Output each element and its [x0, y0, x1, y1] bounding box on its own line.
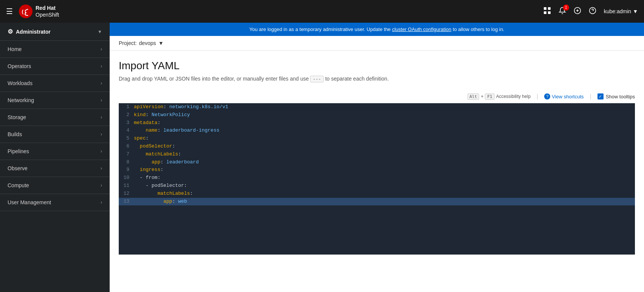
sidebar-role[interactable]: ⚙ Administrator ▼: [0, 23, 110, 41]
svg-rect-4: [544, 11, 546, 14]
role-chevron-icon: ▼: [98, 29, 102, 34]
brand-line2: OpenShift: [36, 11, 59, 18]
editor-toolbar: Alt + F1 Accessibility help | ? View sho…: [119, 90, 635, 103]
help-icon[interactable]: [589, 7, 596, 16]
content-area: You are logged in as a temporary adminis…: [110, 23, 644, 292]
sidebar-item-workloads[interactable]: Workloads ›: [0, 75, 110, 92]
line-number: 11: [119, 182, 134, 190]
code-line-6[interactable]: 6 podSelector:: [119, 143, 635, 151]
code-line-5[interactable]: 5spec:: [119, 135, 635, 143]
plus-separator: +: [481, 94, 483, 99]
code-line-2[interactable]: 2kind: NetworkPolicy: [119, 111, 635, 119]
line-number: 5: [119, 135, 134, 143]
line-content: ingress:: [134, 166, 166, 174]
redhat-logo: [19, 5, 33, 18]
sidebar-item-networking[interactable]: Networking ›: [0, 92, 110, 109]
networking-chevron-icon: ›: [101, 98, 102, 103]
line-content: spec:: [134, 135, 152, 143]
line-number: 7: [119, 151, 134, 158]
line-number: 6: [119, 143, 134, 151]
user-menu[interactable]: kube:admin ▼: [604, 8, 638, 14]
svg-rect-3: [548, 7, 551, 10]
line-content: - podSelector:: [134, 182, 190, 190]
brand: Red Hat OpenShift: [19, 5, 59, 18]
compute-chevron-icon: ›: [101, 183, 102, 188]
show-tooltips-checkbox[interactable]: [597, 93, 604, 99]
project-selector[interactable]: Project: devops ▼: [119, 40, 163, 46]
code-line-7[interactable]: 7 matchLabels:: [119, 151, 635, 158]
project-bar: Project: devops ▼: [110, 36, 644, 51]
line-content: app: leaderboard: [134, 158, 202, 166]
line-number: 1: [119, 103, 134, 111]
pipelines-chevron-icon: ›: [101, 149, 102, 154]
view-shortcuts-label: View shortcuts: [552, 94, 583, 99]
user-name: kube:admin: [604, 8, 631, 14]
info-banner: You are logged in as a temporary adminis…: [110, 23, 644, 36]
view-shortcuts-help-icon: ?: [544, 93, 550, 99]
sidebar-item-home[interactable]: Home ›: [0, 41, 110, 58]
toolbar-divider-2: |: [590, 93, 591, 100]
line-number: 10: [119, 174, 134, 182]
separator-code: ---: [310, 76, 324, 82]
project-label: Project:: [119, 40, 137, 46]
svg-rect-2: [544, 7, 546, 10]
code-line-11[interactable]: 11 - podSelector:: [119, 182, 635, 190]
code-line-13[interactable]: 13 app: web: [119, 198, 635, 206]
sidebar-item-operators[interactable]: Operators ›: [0, 58, 110, 75]
notification-badge: 1: [563, 5, 569, 11]
code-editor[interactable]: 1apiVersion: networking.k8s.io/v12kind: …: [119, 103, 635, 255]
banner-text-before: You are logged in as a temporary adminis…: [249, 26, 392, 32]
bell-icon[interactable]: 1: [559, 7, 566, 16]
user-mgmt-chevron-icon: ›: [101, 200, 102, 205]
show-tooltips-control[interactable]: Show tooltips: [597, 93, 635, 99]
code-line-1[interactable]: 1apiVersion: networking.k8s.io/v1: [119, 103, 635, 111]
sidebar-item-compute[interactable]: Compute ›: [0, 177, 110, 194]
line-content: name: leaderboard-ingress: [134, 127, 222, 135]
show-tooltips-label: Show tooltips: [606, 94, 635, 99]
sidebar-item-storage[interactable]: Storage ›: [0, 109, 110, 126]
code-line-10[interactable]: 10 - from:: [119, 174, 635, 182]
code-line-3[interactable]: 3metadata:: [119, 119, 635, 127]
keyboard-shortcut: Alt + F1 Accessibility help: [467, 93, 531, 100]
sidebar-item-pipelines[interactable]: Pipelines ›: [0, 143, 110, 160]
code-line-8[interactable]: 8 app: leaderboard: [119, 158, 635, 166]
line-content: apiVersion: networking.k8s.io/v1: [134, 103, 231, 111]
accessibility-label: Accessibility help: [496, 94, 531, 99]
sidebar-role-label: Administrator: [16, 29, 51, 35]
plus-icon[interactable]: [574, 7, 581, 16]
line-content: kind: NetworkPolicy: [134, 111, 193, 119]
f1-key: F1: [485, 93, 494, 100]
code-line-12[interactable]: 12 matchLabels:: [119, 190, 635, 198]
banner-text-after: to allow others to log in.: [452, 26, 504, 32]
line-number: 12: [119, 190, 134, 198]
oauth-link[interactable]: cluster OAuth configuration: [392, 26, 452, 32]
sidebar-item-builds[interactable]: Builds ›: [0, 126, 110, 143]
sidebar: ⚙ Administrator ▼ Home › Operators › Wor…: [0, 23, 110, 292]
line-content: - from:: [134, 174, 163, 182]
alt-key: Alt: [467, 93, 480, 100]
svg-rect-5: [548, 11, 551, 14]
sidebar-item-observe[interactable]: Observe ›: [0, 160, 110, 177]
page-title: Import YAML: [119, 60, 635, 72]
observe-chevron-icon: ›: [101, 166, 102, 171]
line-content: metadata:: [134, 119, 163, 127]
hamburger-icon[interactable]: ☰: [6, 7, 13, 16]
line-content: app: web: [134, 198, 190, 206]
line-number: 8: [119, 158, 134, 166]
sidebar-item-user-management[interactable]: User Management ›: [0, 194, 110, 211]
home-chevron-icon: ›: [101, 47, 102, 52]
toolbar-divider-1: |: [537, 93, 538, 100]
project-caret-icon: ▼: [158, 40, 164, 46]
subtitle-before: Drag and drop YAML or JSON files into th…: [119, 76, 310, 82]
user-caret-icon: ▼: [633, 8, 638, 14]
code-line-9[interactable]: 9 ingress:: [119, 166, 635, 174]
subtitle-after: to separate each definition.: [324, 76, 389, 82]
line-number: 3: [119, 119, 134, 127]
grid-icon[interactable]: [543, 7, 551, 16]
project-name: devops: [139, 40, 156, 46]
line-number: 4: [119, 127, 134, 135]
code-line-4[interactable]: 4 name: leaderboard-ingress: [119, 127, 635, 135]
view-shortcuts-link[interactable]: ? View shortcuts: [544, 93, 583, 99]
svg-point-0: [19, 5, 33, 18]
page-subtitle: Drag and drop YAML or JSON files into th…: [119, 76, 635, 82]
